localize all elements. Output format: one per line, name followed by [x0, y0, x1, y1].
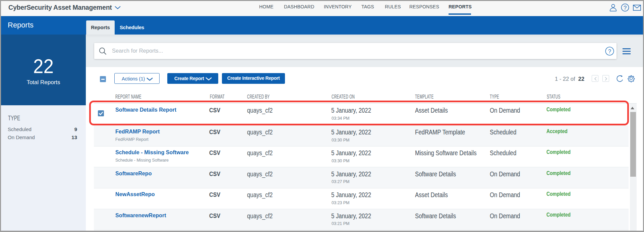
- svg-text:?: ?: [624, 5, 627, 11]
- svg-text:?: ?: [608, 49, 611, 54]
